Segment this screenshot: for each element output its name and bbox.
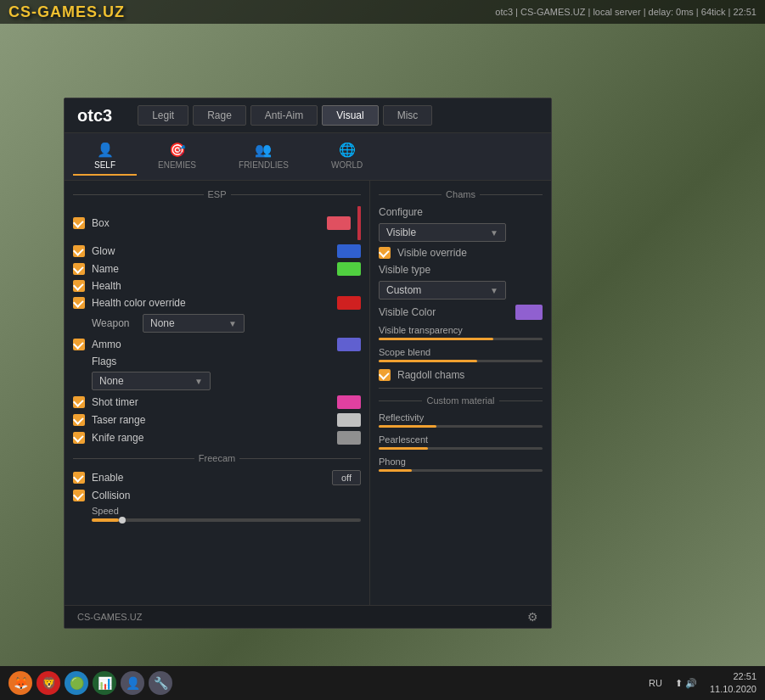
phong-container: Phong xyxy=(379,456,543,472)
shot-timer-color[interactable] xyxy=(337,395,361,409)
shot-timer-checkbox[interactable] xyxy=(73,396,85,408)
esp-glow-item: Glow xyxy=(73,244,361,258)
glow-checkbox[interactable] xyxy=(73,245,85,257)
freecam-speed-handle[interactable] xyxy=(119,517,126,524)
freecam-speed-track[interactable] xyxy=(92,518,361,522)
flags-dropdown-arrow: ▼ xyxy=(194,377,203,386)
freecam-speed-label: Speed xyxy=(92,506,361,516)
phong-fill xyxy=(379,469,412,472)
box-color[interactable] xyxy=(327,216,351,230)
top-bar: CS-GAMES.UZ otc3 | CS-GAMES.UZ | local s… xyxy=(0,0,765,24)
taskbar-user[interactable]: 👤 xyxy=(121,671,144,695)
flags-dropdown[interactable]: None ▼ xyxy=(92,372,211,390)
freecam-collision-checkbox[interactable] xyxy=(73,490,85,501)
panel-footer: CS-GAMES.UZ ⚙ xyxy=(65,605,551,628)
freecam-collision-row: Collision xyxy=(73,490,361,501)
tab-anti-aim[interactable]: Anti-Aim xyxy=(250,105,318,126)
gear-icon[interactable]: ⚙ xyxy=(527,610,538,624)
name-checkbox[interactable] xyxy=(73,263,85,275)
subtab-friendlies[interactable]: 👥 FRIENDLIES xyxy=(217,137,310,176)
box-label: Box xyxy=(92,217,320,229)
tab-misc[interactable]: Misc xyxy=(383,105,433,126)
taskbar-firefox[interactable]: 🦊 xyxy=(8,671,32,695)
friendlies-icon: 👥 xyxy=(255,142,272,158)
esp-taser-item: Taser range xyxy=(73,413,361,427)
taskbar-icons-sys: ⬆ 🔊 xyxy=(675,678,697,689)
health-override-color[interactable] xyxy=(337,296,361,310)
knife-color[interactable] xyxy=(337,431,361,445)
chams-visible-color-row: Visible Color xyxy=(379,305,543,320)
custom-material-title: Custom material xyxy=(379,395,543,406)
esp-name-item: Name xyxy=(73,262,361,276)
visible-type-arrow: ▼ xyxy=(490,286,498,295)
glow-color[interactable] xyxy=(337,244,361,258)
taser-checkbox[interactable] xyxy=(73,414,85,426)
freecam-enable-row: Enable off xyxy=(73,470,361,485)
subtab-enemies-label: ENEMIES xyxy=(158,160,196,170)
freecam-enable-toggle[interactable]: off xyxy=(332,470,361,485)
esp-flags-row: Flags xyxy=(73,356,361,367)
clock-date: 11.10.2020 xyxy=(710,683,757,696)
scope-blend-track[interactable] xyxy=(379,360,543,362)
weapon-dropdown[interactable]: None ▼ xyxy=(143,314,245,333)
reflectivity-track[interactable] xyxy=(379,425,543,428)
chams-visible-override-row: Visible override xyxy=(379,247,543,259)
self-icon: 👤 xyxy=(97,142,114,158)
box-checkbox[interactable] xyxy=(73,217,85,229)
ragdoll-checkbox[interactable] xyxy=(379,369,391,381)
panel-logo: otc3 xyxy=(77,106,112,126)
knife-label: Knife range xyxy=(92,432,330,444)
freecam-collision-label: Collision xyxy=(92,490,361,501)
taskbar-language: RU xyxy=(649,678,662,688)
freecam-enable-checkbox[interactable] xyxy=(73,472,85,484)
taskbar-right: RU ⬆ 🔊 22:51 11.10.2020 xyxy=(649,670,757,697)
health-override-checkbox[interactable] xyxy=(73,297,85,309)
subtab-self[interactable]: 👤 SELF xyxy=(73,137,137,176)
chams-scope-blend-container: Scope blend xyxy=(379,347,543,362)
pearlescent-track[interactable] xyxy=(379,447,543,450)
taser-label: Taser range xyxy=(92,414,330,426)
ammo-color[interactable] xyxy=(337,338,361,351)
taskbar-tools[interactable]: 🔧 xyxy=(149,671,172,695)
freecam-title: Freecam xyxy=(73,453,361,463)
visible-color-label: Visible Color xyxy=(379,306,509,318)
box-scroll xyxy=(357,206,361,240)
subtab-world[interactable]: 🌐 WORLD xyxy=(310,137,384,176)
taskbar-yandex[interactable]: 🦁 xyxy=(37,671,60,695)
left-panel: ESP Box Glow Name xyxy=(65,181,370,605)
health-override-label: Health color override xyxy=(92,297,330,309)
ammo-checkbox[interactable] xyxy=(73,339,85,350)
taskbar-chrome[interactable]: 🟢 xyxy=(65,671,88,695)
visible-transparency-track[interactable] xyxy=(379,338,543,340)
ragdoll-label: Ragdoll chams xyxy=(397,369,543,381)
taskbar-stats[interactable]: 📊 xyxy=(93,671,116,695)
health-checkbox[interactable] xyxy=(73,280,85,292)
esp-knife-item: Knife range xyxy=(73,431,361,445)
tab-legit[interactable]: Legit xyxy=(138,105,188,126)
content-area: ESP Box Glow Name xyxy=(65,181,551,605)
tab-rage[interactable]: Rage xyxy=(193,105,246,126)
weapon-row: Weapon None ▼ xyxy=(73,314,361,333)
chams-visible-arrow: ▼ xyxy=(490,228,498,238)
right-panel: Chams Configure Visible ▼ Visible overri… xyxy=(370,181,551,605)
panel-header: otc3 Legit Rage Anti-Aim Visual Misc xyxy=(65,98,551,133)
name-color[interactable] xyxy=(337,262,361,276)
tab-visual[interactable]: Visual xyxy=(322,105,378,126)
main-panel: otc3 Legit Rage Anti-Aim Visual Misc 👤 S… xyxy=(64,98,552,629)
taser-color[interactable] xyxy=(337,413,361,427)
chams-visible-dropdown[interactable]: Visible ▼ xyxy=(379,223,506,242)
freecam-enable-label: Enable xyxy=(92,472,325,484)
subtab-enemies[interactable]: 🎯 ENEMIES xyxy=(137,137,217,176)
ammo-label: Ammo xyxy=(92,339,330,350)
esp-health-override-item: Health color override xyxy=(73,296,361,310)
phong-track[interactable] xyxy=(379,469,543,472)
health-label: Health xyxy=(92,280,361,292)
nav-tabs: Legit Rage Anti-Aim Visual Misc xyxy=(138,105,432,126)
visible-type-dropdown[interactable]: Custom ▼ xyxy=(379,281,506,300)
subtab-self-label: SELF xyxy=(94,160,115,170)
visible-override-label: Visible override xyxy=(397,247,543,259)
phong-label: Phong xyxy=(379,456,543,467)
visible-color-swatch[interactable] xyxy=(515,305,543,320)
knife-checkbox[interactable] xyxy=(73,432,85,444)
visible-override-checkbox[interactable] xyxy=(379,247,391,259)
